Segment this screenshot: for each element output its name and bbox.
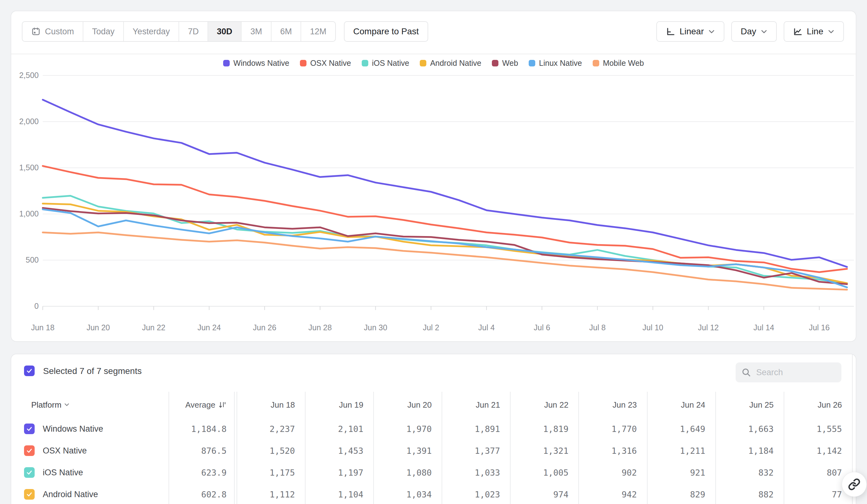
row-checkbox[interactable] [24, 489, 35, 500]
column-header-label: Jun 19 [339, 400, 363, 410]
table-row-windows-native: Windows Native1,184.82,2372,1011,9701,89… [11, 418, 852, 440]
column-divider [234, 392, 235, 504]
sort-descending-icon [218, 401, 227, 409]
x-axis-label: Jun 26 [243, 323, 287, 332]
y-axis-label: 0 [12, 302, 39, 311]
value-cell: 1,184 [715, 440, 784, 462]
x-axis-label: Jul 6 [520, 323, 564, 332]
value-cell: 1,316 [578, 440, 647, 462]
value-cell: 1,175 [237, 462, 305, 483]
value-cell: 1,211 [647, 440, 715, 462]
column-header-jun-23[interactable]: Jun 23 [578, 392, 647, 418]
value-cell: 876.5 [169, 440, 237, 462]
y-axis-label: 500 [12, 255, 39, 264]
check-icon [26, 469, 33, 476]
column-divider [715, 392, 716, 504]
value-cell: 1,321 [510, 440, 578, 462]
value-cell: 1,520 [237, 440, 305, 462]
column-header-jun-19[interactable]: Jun 19 [305, 392, 373, 418]
share-link-button[interactable] [842, 472, 867, 497]
platform-cell: OSX Native [11, 440, 169, 462]
value-cell: 1,649 [647, 418, 715, 440]
y-axis-label: 2,500 [12, 71, 39, 80]
x-axis-label: Jul 14 [742, 323, 785, 332]
column-header-label: Average [185, 400, 215, 410]
value-cell: 829 [647, 483, 715, 504]
value-cell: 602.8 [169, 483, 237, 504]
value-cell: 942 [578, 483, 647, 504]
value-cell: 1,555 [784, 418, 852, 440]
value-cell: 1,663 [715, 418, 784, 440]
column-header-label: Jun 22 [544, 400, 568, 410]
segments-header: Selected 7 of 7 segments [11, 354, 856, 392]
value-cell: 1,104 [305, 483, 373, 504]
table-row-android-native: Android Native602.81,1121,1041,0341,0239… [11, 483, 852, 504]
column-header-label: Jun 18 [270, 400, 295, 410]
column-header-jun-18[interactable]: Jun 18 [237, 392, 305, 418]
column-divider [305, 392, 306, 504]
column-header-jun-20[interactable]: Jun 20 [373, 392, 442, 418]
x-axis-label: Jul 2 [409, 323, 453, 332]
column-header-jun-25[interactable]: Jun 25 [715, 392, 784, 418]
x-axis-label: Jul 10 [631, 323, 675, 332]
series-line-mobile-web [43, 232, 847, 290]
column-divider [237, 392, 237, 504]
series-line-android-native [43, 204, 847, 283]
x-axis-label: Jul 16 [798, 323, 841, 332]
platform-name: Windows Native [43, 424, 103, 434]
value-cell: 1,197 [305, 462, 373, 483]
value-cell: 2,237 [237, 418, 305, 440]
check-icon [26, 368, 33, 374]
column-divider [578, 392, 579, 504]
value-cell: 1,080 [373, 462, 442, 483]
search-input[interactable] [756, 368, 825, 377]
column-divider [784, 392, 784, 504]
value-cell: 1,184.8 [169, 418, 237, 440]
value-cell: 921 [647, 462, 715, 483]
value-cell: 1,033 [442, 462, 510, 483]
value-cell: 1,891 [442, 418, 510, 440]
column-header-label: Jun 21 [475, 400, 500, 410]
table-row-ios-native: iOS Native623.91,1751,1971,0801,0331,005… [11, 462, 852, 483]
x-axis-label: Jun 20 [76, 323, 120, 332]
x-axis-label: Jul 8 [576, 323, 619, 332]
y-axis-label: 1,000 [12, 209, 39, 218]
platform-name: OSX Native [43, 446, 87, 456]
value-cell: 1,453 [305, 440, 373, 462]
row-checkbox[interactable] [24, 445, 35, 456]
platform-column-header[interactable]: Platform [11, 392, 169, 418]
column-header-jun-21[interactable]: Jun 21 [442, 392, 510, 418]
column-header-label: Jun 20 [407, 400, 432, 410]
value-cell: 1,819 [510, 418, 578, 440]
column-header-jun-24[interactable]: Jun 24 [647, 392, 715, 418]
check-icon [26, 447, 33, 454]
column-header-label: Jun 25 [749, 400, 774, 410]
platform-name: iOS Native [43, 468, 83, 478]
value-cell: 1,005 [510, 462, 578, 483]
segments-table-card: Selected 7 of 7 segments Platform Averag… [11, 354, 856, 504]
select-all-checkbox[interactable] [24, 365, 35, 376]
column-divider [169, 392, 169, 504]
value-cell: 1,142 [784, 440, 852, 462]
search-box[interactable] [736, 362, 842, 382]
platform-header-label: Platform [31, 400, 62, 410]
column-header-average[interactable]: Average [169, 392, 237, 418]
x-axis-label: Jun 28 [298, 323, 342, 332]
value-cell: 1,112 [237, 483, 305, 504]
column-header-jun-22[interactable]: Jun 22 [510, 392, 578, 418]
y-axis-label: 2,000 [12, 117, 39, 126]
value-cell: 1,970 [373, 418, 442, 440]
value-cell: 882 [715, 483, 784, 504]
x-axis-label: Jul 12 [687, 323, 730, 332]
value-cell: 832 [715, 462, 784, 483]
value-cell: 1,770 [578, 418, 647, 440]
row-checkbox[interactable] [24, 424, 35, 434]
column-header-jun-26[interactable]: Jun 26 [784, 392, 852, 418]
column-header-label: Jun 24 [681, 400, 705, 410]
y-axis-label: 1,500 [12, 163, 39, 172]
row-checkbox[interactable] [24, 467, 35, 478]
value-cell: 1,034 [373, 483, 442, 504]
platform-cell: Windows Native [11, 418, 169, 440]
check-icon [26, 425, 33, 432]
column-divider [442, 392, 442, 504]
